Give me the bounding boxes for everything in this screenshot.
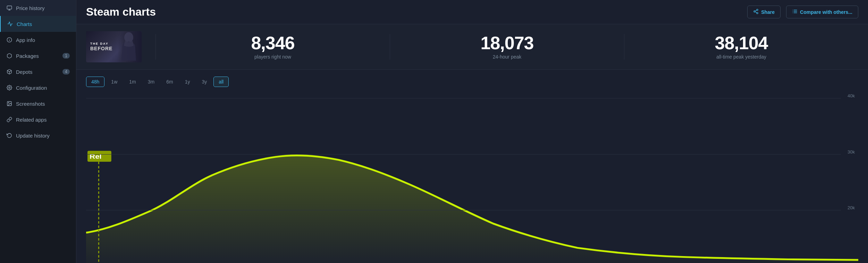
sidebar-item-label: Screenshots xyxy=(16,101,45,107)
sidebar-item-screenshots[interactable]: Screenshots xyxy=(0,96,76,112)
info-icon xyxy=(6,37,12,43)
page-title: Steam charts xyxy=(86,6,742,18)
chart-y-label-40k: 40k xyxy=(848,93,855,98)
svg-text:Rel: Rel xyxy=(90,152,102,160)
sidebar-item-configuration[interactable]: Configuration xyxy=(0,80,76,96)
compare-icon xyxy=(792,9,798,15)
stats-row: THE DAY BEFORE 8,346 players right now 1… xyxy=(76,24,868,70)
share-button[interactable]: Share xyxy=(747,6,781,18)
stat-value: 18,073 xyxy=(480,34,533,52)
sidebar-item-related-apps[interactable]: Related apps xyxy=(0,112,76,128)
chart-svg: Rel xyxy=(86,93,858,263)
history-icon xyxy=(6,132,12,139)
chart-y-label-20k: 20k xyxy=(848,205,855,210)
chart-icon xyxy=(7,21,13,27)
time-filters: 48h 1w 1m 3m 6m 1y 3y all xyxy=(86,77,858,87)
sidebar-item-depots[interactable]: Depots 4 xyxy=(0,64,76,80)
stat-label: all-time peak yesterday xyxy=(716,54,766,60)
sidebar-item-charts[interactable]: Charts xyxy=(0,16,76,32)
gear-icon xyxy=(6,85,12,91)
sidebar-item-price-history[interactable]: Price history xyxy=(0,0,76,16)
sidebar-item-packages[interactable]: Packages 1 xyxy=(0,48,76,64)
time-filter-3m[interactable]: 3m xyxy=(143,77,160,87)
share-icon xyxy=(753,9,759,15)
compare-button[interactable]: Compare with others... xyxy=(786,6,858,18)
sidebar-item-label: Update history xyxy=(16,133,50,139)
chart-y-label-30k: 30k xyxy=(848,149,855,155)
svg-point-9 xyxy=(8,103,9,103)
share-label: Share xyxy=(761,9,775,15)
svg-point-21 xyxy=(124,32,133,43)
sidebar-item-label: Related apps xyxy=(16,117,47,123)
chart-container: 40k 30k 20k xyxy=(86,93,858,263)
sidebar-item-label: Charts xyxy=(17,21,32,27)
stat-alltime-peak: 38,104 all-time peak yesterday xyxy=(624,34,858,60)
time-filter-all[interactable]: all xyxy=(213,77,229,87)
package-icon xyxy=(6,53,12,59)
time-filter-1y[interactable]: 1y xyxy=(180,77,195,87)
time-filter-1m[interactable]: 1m xyxy=(124,77,141,87)
sidebar-item-label: Depots xyxy=(16,69,33,75)
compare-label: Compare with others... xyxy=(800,9,852,15)
main-content: Steam charts Share Compare with others..… xyxy=(76,0,868,263)
stat-label: 24-hour peak xyxy=(493,54,522,60)
svg-line-14 xyxy=(755,10,757,11)
time-filter-6m[interactable]: 6m xyxy=(161,77,178,87)
time-filter-48h[interactable]: 48h xyxy=(86,77,104,87)
monitor-icon xyxy=(6,5,12,11)
sidebar: Price history Charts App info Packages 1… xyxy=(0,0,76,263)
sidebar-item-label: App info xyxy=(16,37,35,43)
stat-players-now: 8,346 players right now xyxy=(155,34,390,60)
game-thumbnail: THE DAY BEFORE xyxy=(86,31,142,62)
sidebar-item-label: Packages xyxy=(16,53,39,59)
image-icon xyxy=(6,100,12,107)
time-filter-3y[interactable]: 3y xyxy=(196,77,212,87)
sidebar-item-update-history[interactable]: Update history xyxy=(0,128,76,143)
header: Steam charts Share Compare with others..… xyxy=(76,0,868,24)
packages-badge: 1 xyxy=(62,53,70,59)
box-icon xyxy=(6,69,12,75)
time-filter-1w[interactable]: 1w xyxy=(106,77,123,87)
svg-line-13 xyxy=(755,12,757,13)
sidebar-item-app-info[interactable]: App info xyxy=(0,32,76,48)
svg-rect-0 xyxy=(7,6,11,9)
link-icon xyxy=(6,116,12,123)
sidebar-item-label: Price history xyxy=(16,5,45,11)
stat-value: 38,104 xyxy=(715,34,768,52)
stat-value: 8,346 xyxy=(251,34,294,52)
depots-badge: 4 xyxy=(62,69,70,74)
sidebar-item-label: Configuration xyxy=(16,85,47,91)
stat-label: players right now xyxy=(254,54,291,60)
svg-point-7 xyxy=(9,87,10,88)
chart-section: 48h 1w 1m 3m 6m 1y 3y all 40k 30k 20k xyxy=(76,70,868,263)
stat-24h-peak: 18,073 24-hour peak xyxy=(390,34,624,60)
